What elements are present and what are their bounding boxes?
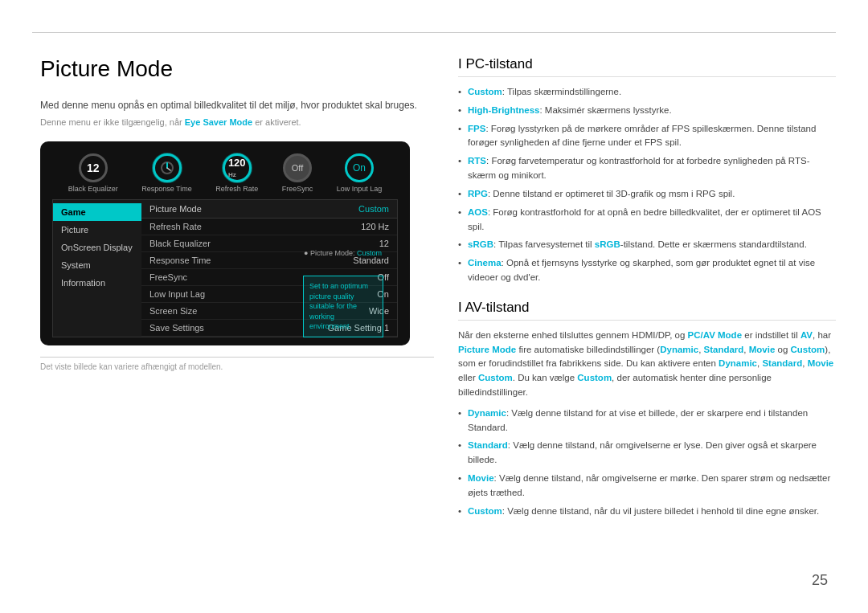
low-input-lag-circle: On (345, 153, 374, 182)
low-input-lag-label: Low Input Lag (337, 185, 383, 193)
left-column: Picture Mode Med denne menu opnås en opt… (40, 56, 434, 371)
av-bullet-movie: Movie: Vælg denne tilstand, når omgivels… (458, 472, 836, 501)
right-column: I PC-tilstand Custom: Tilpas skærmindsti… (458, 56, 836, 525)
picture-mode-label: Picture Mode (149, 204, 202, 214)
pc-bullet-aos: AOS: Forøg kontrastforhold for at opnå e… (458, 206, 836, 235)
page-number: 25 (812, 572, 828, 589)
pc-bullet-fps: FPS: Forøg lysstyrken på de mørkere områ… (458, 122, 836, 151)
freesync-circle: Off (283, 153, 312, 182)
low-input-lag-row-label: Low Input Lag (149, 289, 205, 299)
av-bullet-list: Dynamic: Vælg denne tilstand for at vise… (458, 407, 836, 519)
black-eq-label: Black Equalizer (68, 185, 118, 193)
menu-item-system[interactable]: System (53, 256, 141, 274)
pc-bullet-list: Custom: Tilpas skærmindstillingerne. Hig… (458, 85, 836, 285)
low-input-lag-indicator: On Low Input Lag (337, 153, 383, 193)
menu-right-header: Picture Mode Custom (141, 200, 397, 219)
pc-bullet-srgb: sRGB: Tilpas farvesystemet til sRGB-tils… (458, 238, 836, 252)
footnote: Det viste billede kan variere afhængigt … (40, 357, 434, 371)
pc-section-title: I PC-tilstand (458, 56, 836, 77)
note-text: Denne menu er ikke tilgængelig, når Eye … (40, 117, 434, 127)
av-bullet-dynamic: Dynamic: Vælg denne tilstand for at vise… (458, 407, 836, 435)
response-time-indicator: Response Time (141, 153, 192, 193)
menu-item-onscreen[interactable]: OnScreen Display (53, 239, 141, 256)
pc-bullet-cinema: Cinema: Opnå et fjernsyns lysstyrke og s… (458, 256, 836, 285)
refresh-rate-row: Refresh Rate 120 Hz (141, 219, 397, 235)
tooltip-box: Set to an optimum picture quality suitab… (303, 276, 383, 337)
picture-mode-value: Custom (358, 204, 389, 214)
black-eq-row-label: Black Equalizer (149, 239, 211, 248)
av-section-title: I AV-tilstand (458, 300, 836, 321)
intro-text: Med denne menu opnås en optimal billedkv… (40, 98, 434, 112)
svg-point-0 (162, 162, 173, 174)
freesync-label: FreeSync (282, 185, 313, 193)
pc-bullet-custom: Custom: Tilpas skærmindstillingerne. (458, 85, 836, 100)
black-equalizer-indicator: 12 Black Equalizer (68, 153, 118, 193)
monitor-mockup: 12 Black Equalizer Response Time 120Hz (40, 141, 410, 345)
save-settings-row-label: Save Settings (149, 323, 204, 333)
response-time-label: Response Time (141, 185, 192, 193)
refresh-rate-indicator: 120Hz Refresh Rate (215, 153, 258, 193)
refresh-rate-label: Refresh Rate (215, 185, 258, 193)
refresh-rate-circle: 120Hz (223, 153, 252, 182)
pc-bullet-rpg: RPG: Denne tilstand er optimeret til 3D-… (458, 187, 836, 202)
pc-bullet-highbrightness: High-Brightness: Maksimér skærmens lysst… (458, 104, 836, 118)
picture-mode-badge: ● Picture Mode: Custom (304, 249, 382, 257)
freesync-row-label: FreeSync (149, 272, 187, 282)
monitor-top-bar: 12 Black Equalizer Response Time 120Hz (52, 153, 398, 193)
menu-item-game[interactable]: Game (53, 203, 141, 221)
menu-left: Game Picture OnScreen Display System Inf… (53, 200, 141, 337)
menu-item-picture[interactable]: Picture (53, 221, 141, 239)
page-title: Picture Mode (40, 56, 434, 82)
av-body-text: Når den eksterne enhed tilsluttes gennem… (458, 329, 836, 400)
pc-bullet-rts: RTS: Forøg farvetemperatur og kontrastfo… (458, 154, 836, 183)
response-time-row-label: Response Time (149, 255, 211, 265)
refresh-rate-row-label: Refresh Rate (149, 222, 202, 231)
top-border (32, 32, 836, 33)
black-eq-circle: 12 (79, 153, 108, 182)
av-bullet-standard: Standard: Vælg denne tilstand, når omgiv… (458, 439, 836, 468)
menu-item-information[interactable]: Information (53, 274, 141, 292)
screen-size-row-label: Screen Size (149, 306, 197, 316)
freesync-indicator: Off FreeSync (282, 153, 313, 193)
av-bullet-custom: Custom: Vælg denne tilstand, når du vil … (458, 505, 836, 519)
refresh-rate-row-value: 120 Hz (361, 222, 389, 231)
response-time-circle (153, 153, 182, 182)
menu-area: Game Picture OnScreen Display System Inf… (52, 199, 398, 337)
black-eq-row-value: 12 (379, 239, 389, 248)
